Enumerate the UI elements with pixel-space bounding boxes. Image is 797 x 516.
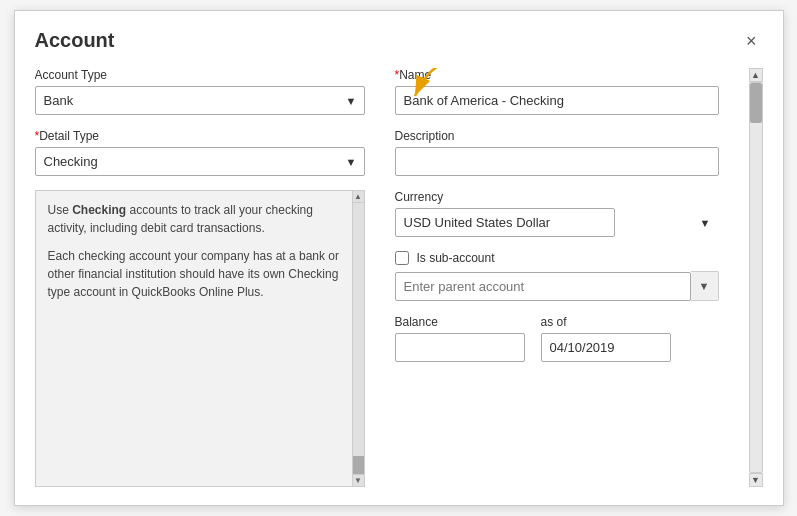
info-text-2: Each checking account your company has a… <box>48 247 344 301</box>
is-subaccount-label: Is sub-account <box>417 251 495 265</box>
balance-field: Balance <box>395 315 525 362</box>
description-label: Description <box>395 129 719 143</box>
parent-account-dropdown-btn[interactable]: ▼ <box>691 271 719 301</box>
info-text-1: Use Checking accounts to track all your … <box>48 201 344 237</box>
scrollbar-track <box>749 82 763 473</box>
scrollbar-up-arrow[interactable]: ▲ <box>749 68 763 82</box>
account-modal: Account × Account Type Bank ▼ *Detail Ty… <box>14 10 784 506</box>
account-type-select-wrapper: Bank ▼ <box>35 86 365 115</box>
description-field: Description <box>395 129 719 176</box>
right-column: *Name Description Currency USD United St… <box>395 68 719 487</box>
account-type-label: Account Type <box>35 68 365 82</box>
description-input[interactable] <box>395 147 719 176</box>
currency-select[interactable]: USD United States Dollar <box>395 208 615 237</box>
detail-type-select[interactable]: Checking <box>35 147 365 176</box>
account-type-select[interactable]: Bank <box>35 86 365 115</box>
close-button[interactable]: × <box>740 30 763 52</box>
asof-input[interactable] <box>541 333 671 362</box>
detail-type-select-wrapper: Checking ▼ <box>35 147 365 176</box>
balance-input[interactable] <box>395 333 525 362</box>
left-column: Account Type Bank ▼ *Detail Type Checkin… <box>35 68 365 487</box>
modal-scrollbar: ▲ ▼ <box>749 68 763 487</box>
scrollbar-thumb <box>750 83 762 123</box>
name-field: *Name <box>395 68 719 115</box>
balance-label: Balance <box>395 315 525 329</box>
info-bold: Checking <box>72 203 126 217</box>
balance-row: Balance as of <box>395 315 719 362</box>
scrollbar-down-arrow[interactable]: ▼ <box>749 473 763 487</box>
detail-type-label: *Detail Type <box>35 129 365 143</box>
currency-label: Currency <box>395 190 719 204</box>
asof-label: as of <box>541 315 671 329</box>
is-subaccount-row: Is sub-account <box>395 251 719 265</box>
name-input[interactable] <box>395 86 719 115</box>
info-box-scrollbar: ▲ ▼ <box>352 191 364 486</box>
account-type-field: Account Type Bank ▼ <box>35 68 365 115</box>
name-label: *Name <box>395 68 719 82</box>
modal-header: Account × <box>35 29 763 52</box>
subaccount-section: Is sub-account ▼ <box>395 251 719 301</box>
is-subaccount-checkbox[interactable] <box>395 251 409 265</box>
info-box: Use Checking accounts to track all your … <box>35 190 365 487</box>
modal-body: Account Type Bank ▼ *Detail Type Checkin… <box>35 68 763 487</box>
asof-field: as of <box>541 315 671 362</box>
modal-title: Account <box>35 29 115 52</box>
detail-type-field: *Detail Type Checking ▼ <box>35 129 365 176</box>
parent-account-container: ▼ <box>395 271 719 301</box>
currency-chevron-icon: ▼ <box>700 217 711 229</box>
info-box-scroll-down[interactable]: ▼ <box>353 474 364 486</box>
parent-account-input[interactable] <box>395 272 691 301</box>
info-box-scroll-up[interactable]: ▲ <box>353 191 364 203</box>
parent-account-row: ▼ <box>395 271 719 301</box>
currency-select-wrapper: USD United States Dollar ▼ <box>395 208 719 237</box>
currency-field: Currency USD United States Dollar ▼ <box>395 190 719 237</box>
